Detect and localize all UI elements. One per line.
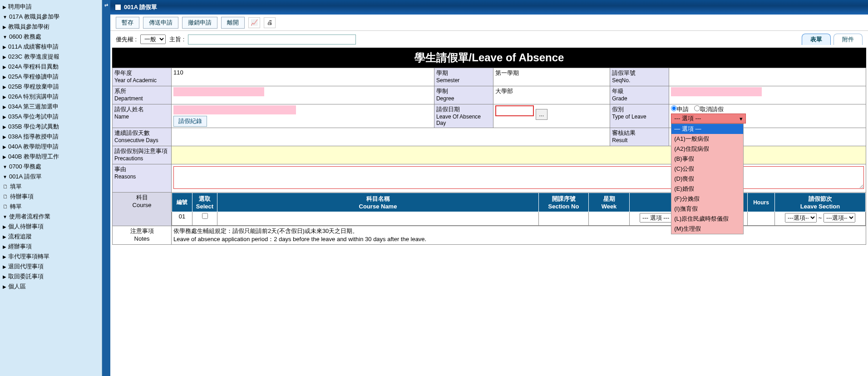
row-section-no <box>539 212 589 226</box>
row-no: 01 <box>172 212 192 226</box>
save-button[interactable]: 暫存 <box>116 17 139 29</box>
leave-type-option-6[interactable]: (E)婚假 <box>671 184 743 194</box>
year-label-cn: 學年度 <box>114 69 169 77</box>
consec-label-cn: 連續請假天數 <box>114 129 169 137</box>
form-table: 學年度Year of Academic 110 學期Semester 第一學期 … <box>112 68 866 245</box>
sidebar-item-9[interactable]: 026A 特別演講申請 <box>0 92 102 102</box>
sidebar-item-27[interactable]: 取回委託事項 <box>0 272 102 282</box>
sidebar-item-1[interactable]: 017A 教職員參加學 <box>0 12 102 22</box>
leave-type-option-10[interactable]: (M)生理假 <box>671 224 743 234</box>
sidebar-item-10[interactable]: 034A 第三週加選申 <box>0 102 102 112</box>
tabs: 表單 附件 <box>802 34 863 45</box>
day-label-cn: 請假日期 <box>436 105 491 114</box>
reasons-textarea[interactable] <box>173 166 864 189</box>
row-week <box>589 212 630 226</box>
sidebar-item-6[interactable]: 024A 學程科目異動 <box>0 62 102 72</box>
th-section-no: 開課序號Section No <box>539 193 589 212</box>
priority-select[interactable]: 一般 <box>140 35 166 44</box>
sidebar-item-14[interactable]: 040A 教學助理申請 <box>0 142 102 152</box>
sidebar-item-25[interactable]: 非代理事項轉單 <box>0 252 102 262</box>
consec-value <box>172 128 610 146</box>
toolbar: 暫存 傳送申請 撤銷申請 離開 📈 🖨 <box>110 15 868 31</box>
dept-label-en: Department <box>114 95 169 102</box>
course-label: 科目Course <box>113 193 172 226</box>
result-label-cn: 審核結果 <box>612 129 667 137</box>
semester-value: 第一學期 <box>493 68 610 86</box>
sidebar-toggle[interactable]: ⇄ <box>102 0 110 376</box>
row-course-name <box>217 212 539 226</box>
cancel-request-button[interactable]: 撤銷申請 <box>182 17 217 29</box>
leave-section-from-select[interactable]: ---選項--- <box>785 213 817 223</box>
apply-radio[interactable]: 申請 <box>671 106 689 113</box>
row-select-checkbox[interactable] <box>202 213 208 219</box>
leave-type-option-9[interactable]: (L)原住民歲時祭儀假 <box>671 214 743 224</box>
leave-type-option-2[interactable]: (A2)住院病假 <box>671 144 743 154</box>
reason-label-cn: 事由 <box>114 165 169 173</box>
dept-label-cn: 系所 <box>114 87 169 95</box>
leave-type-option-8[interactable]: (I)撫育假 <box>671 204 743 214</box>
sidebar-item-20[interactable]: 轉單 <box>0 202 102 212</box>
sidebar-item-22[interactable]: 個人待辦事項 <box>0 222 102 232</box>
grade-label-cn: 年級 <box>612 87 667 95</box>
print-icon-button[interactable]: 🖨 <box>264 17 276 28</box>
tab-attachment[interactable]: 附件 <box>833 34 863 45</box>
titlebar: 001A 請假單 <box>110 0 868 15</box>
leave-type-select[interactable]: --- 選項 ---▾ <box>671 114 746 124</box>
sidebar-item-12[interactable]: 035B 學位考試異動 <box>0 122 102 132</box>
sidebar-item-28[interactable]: 個人區 <box>0 282 102 292</box>
sidebar-item-2[interactable]: 教職員參加學術 <box>0 22 102 32</box>
leave-type-option-0[interactable]: — 選項 — <box>671 124 743 134</box>
send-button[interactable]: 傳送申請 <box>143 17 178 29</box>
sidebar-item-3[interactable]: 0600 教務處 <box>0 32 102 42</box>
leave-type-dropdown: — 選項 —(A1)一般病假(A2)住院病假(B)事假(C)公假(D)喪假(E)… <box>671 124 744 234</box>
window-title: 001A 請假單 <box>124 3 157 11</box>
date-picker-button[interactable]: ... <box>536 109 547 120</box>
sidebar-item-23[interactable]: 流程追蹤 <box>0 232 102 242</box>
semester-label-en: Semester <box>436 77 491 84</box>
course-row: 01 --- 選項 --- ~ --- 選項 --- <box>172 212 866 226</box>
leave-section-to-select[interactable]: ---選項--- <box>824 213 855 223</box>
leave-button[interactable]: 離開 <box>221 17 245 29</box>
grade-label-en: Grade <box>612 95 667 102</box>
degree-value: 大學部 <box>493 86 610 104</box>
seqno-label-en: SeqNo. <box>612 77 667 84</box>
name-label-cn: 請假人姓名 <box>114 105 169 114</box>
form-title: 學生請假單/Leave of Absence <box>112 48 866 68</box>
name-label-en: Name <box>114 114 169 120</box>
leave-type-option-7[interactable]: (F)分娩假 <box>671 194 743 204</box>
sidebar-item-26[interactable]: 退回代理事項 <box>0 262 102 272</box>
sidebar-item-4[interactable]: 011A 成績審核申請 <box>0 42 102 52</box>
consec-label-en: Consecutive Days <box>114 137 169 143</box>
sidebar-item-18[interactable]: 填單 <box>0 182 102 192</box>
leave-date-input[interactable] <box>495 105 534 116</box>
priority-row: 優先權 : 一般 主旨 : 表單 附件 <box>110 31 868 48</box>
sidebar-item-21[interactable]: 使用者流程作業 <box>0 212 102 222</box>
chart-icon-button[interactable]: 📈 <box>248 17 260 28</box>
sidebar-item-17[interactable]: 001A 請假單 <box>0 172 102 182</box>
sidebar-item-7[interactable]: 025A 學程修讀申請 <box>0 72 102 82</box>
prec-label-en: Precautions <box>114 155 169 162</box>
seqno-value <box>669 68 866 86</box>
type-cell: 申請 取消請假 --- 選項 ---▾ — 選項 —(A1)一般病假(A2)住院… <box>669 104 866 128</box>
prec-label-cn: 請假假別與注意事項 <box>114 147 169 155</box>
leave-history-button[interactable]: 請假紀錄 <box>173 116 207 127</box>
sidebar-item-13[interactable]: 038A 指導教授申請 <box>0 132 102 142</box>
semester-label-cn: 學期 <box>436 69 491 77</box>
sidebar-item-15[interactable]: 040B 教學助理工作 <box>0 152 102 162</box>
leave-type-option-3[interactable]: (B)事假 <box>671 154 743 164</box>
sidebar-item-5[interactable]: 023C 教學進度提報 <box>0 52 102 62</box>
sidebar-item-24[interactable]: 經辦事項 <box>0 242 102 252</box>
sidebar-item-8[interactable]: 025B 學程放棄申請 <box>0 82 102 92</box>
sidebar-item-19[interactable]: 待辦事項 <box>0 192 102 202</box>
leave-type-option-1[interactable]: (A1)一般病假 <box>671 134 743 144</box>
leave-type-option-4[interactable]: (C)公假 <box>671 164 743 174</box>
cancel-radio[interactable]: 取消請假 <box>694 106 724 113</box>
leave-type-option-5[interactable]: (D)喪假 <box>671 174 743 184</box>
sidebar-item-11[interactable]: 035A 學位考試申請 <box>0 112 102 122</box>
sidebar-item-0[interactable]: 聘用申請 <box>0 2 102 12</box>
th-leave-section: 請假節次Leave Section <box>775 193 866 212</box>
subject-input[interactable] <box>188 35 356 45</box>
sidebar-item-16[interactable]: 0700 學務處 <box>0 162 102 172</box>
tab-form[interactable]: 表單 <box>802 34 831 45</box>
degree-label-en: Degree <box>436 95 491 102</box>
